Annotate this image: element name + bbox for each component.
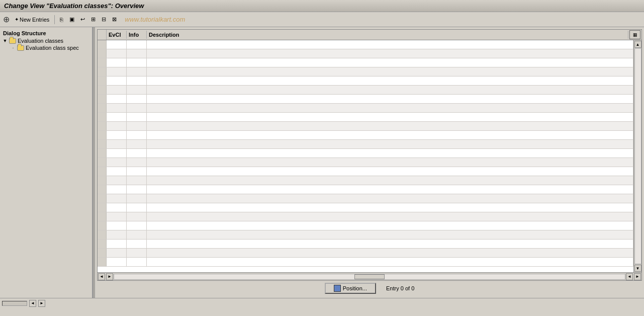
row-cell-evcl[interactable] xyxy=(107,185,127,194)
row-cell-info[interactable] xyxy=(127,67,147,76)
row-cell-desc[interactable] xyxy=(147,185,633,194)
table-row[interactable] xyxy=(98,122,633,131)
row-cell-desc[interactable] xyxy=(147,212,633,221)
row-cell-info[interactable] xyxy=(127,203,147,212)
row-cell-evcl[interactable] xyxy=(107,212,127,221)
row-cell-info[interactable] xyxy=(127,158,147,167)
row-cell-desc[interactable] xyxy=(147,221,633,230)
row-cell-evcl[interactable] xyxy=(107,40,127,49)
row-cell-info[interactable] xyxy=(127,49,147,58)
scroll-right-end-button[interactable]: ► xyxy=(634,273,641,280)
row-cell-evcl[interactable] xyxy=(107,158,127,167)
scroll-right-extra-button[interactable]: ► xyxy=(106,273,113,280)
delete-icon-button[interactable]: ⊠ xyxy=(110,15,119,24)
row-cell-evcl[interactable] xyxy=(107,95,127,103)
table-row[interactable] xyxy=(98,58,633,67)
row-cell-desc[interactable] xyxy=(147,249,633,257)
table-row[interactable] xyxy=(98,194,633,203)
row-selector[interactable] xyxy=(98,258,107,266)
row-cell-evcl[interactable] xyxy=(107,203,127,212)
row-cell-evcl[interactable] xyxy=(107,176,127,185)
table-row[interactable] xyxy=(98,249,633,258)
table-row[interactable] xyxy=(98,167,633,176)
row-selector[interactable] xyxy=(98,167,107,176)
row-cell-evcl[interactable] xyxy=(107,194,127,203)
table-row[interactable] xyxy=(98,113,633,122)
row-cell-evcl[interactable] xyxy=(107,86,127,94)
row-selector[interactable] xyxy=(98,49,107,58)
row-selector[interactable] xyxy=(98,86,107,94)
status-nav-left-button[interactable]: ◄ xyxy=(29,300,36,307)
row-cell-info[interactable] xyxy=(127,40,147,49)
row-selector[interactable] xyxy=(98,122,107,130)
row-cell-info[interactable] xyxy=(127,131,147,139)
row-cell-info[interactable] xyxy=(127,167,147,176)
row-cell-desc[interactable] xyxy=(147,203,633,212)
table-row[interactable] xyxy=(98,230,633,240)
row-cell-evcl[interactable] xyxy=(107,167,127,176)
table-row[interactable] xyxy=(98,67,633,76)
row-cell-info[interactable] xyxy=(127,122,147,130)
horizontal-scrollbar[interactable]: ◄ ► ◄ ► xyxy=(98,272,641,280)
table-row[interactable] xyxy=(98,95,633,104)
table-row[interactable] xyxy=(98,104,633,113)
row-cell-evcl[interactable] xyxy=(107,149,127,157)
row-cell-desc[interactable] xyxy=(147,194,633,203)
row-cell-info[interactable] xyxy=(127,113,147,121)
row-cell-desc[interactable] xyxy=(147,104,633,112)
save-icon-button[interactable]: ▣ xyxy=(67,15,76,24)
row-cell-evcl[interactable] xyxy=(107,67,127,76)
row-selector[interactable] xyxy=(98,185,107,194)
col-header-info[interactable]: Info xyxy=(127,31,147,39)
vertical-scrollbar[interactable]: ▲ ▼ xyxy=(633,40,641,272)
table-row[interactable] xyxy=(98,185,633,194)
row-selector[interactable] xyxy=(98,240,107,248)
row-cell-info[interactable] xyxy=(127,149,147,157)
tree-item-evaluation-class-spec[interactable]: · Evaluation class spec xyxy=(0,44,92,51)
row-cell-info[interactable] xyxy=(127,258,147,266)
scroll-track-h[interactable] xyxy=(114,274,625,280)
scroll-left-end-button[interactable]: ◄ xyxy=(626,273,633,280)
row-cell-desc[interactable] xyxy=(147,240,633,248)
row-selector[interactable] xyxy=(98,131,107,139)
row-selector[interactable] xyxy=(98,104,107,112)
row-cell-desc[interactable] xyxy=(147,95,633,103)
row-cell-evcl[interactable] xyxy=(107,104,127,112)
table-row[interactable] xyxy=(98,140,633,149)
status-nav-right-button[interactable]: ► xyxy=(38,300,45,307)
copy-icon-button[interactable]: ⎘ xyxy=(58,16,65,24)
row-cell-info[interactable] xyxy=(127,140,147,148)
table-row[interactable] xyxy=(98,258,633,267)
scroll-left-button[interactable]: ◄ xyxy=(98,273,105,280)
row-selector[interactable] xyxy=(98,221,107,230)
row-cell-desc[interactable] xyxy=(147,49,633,58)
grid-options-button[interactable]: ▦ xyxy=(629,30,640,39)
row-cell-desc[interactable] xyxy=(147,140,633,148)
row-cell-info[interactable] xyxy=(127,104,147,112)
row-cell-desc[interactable] xyxy=(147,76,633,85)
row-cell-evcl[interactable] xyxy=(107,122,127,130)
row-selector[interactable] xyxy=(98,203,107,212)
row-selector[interactable] xyxy=(98,40,107,49)
row-cell-info[interactable] xyxy=(127,249,147,257)
table-row[interactable] xyxy=(98,40,633,49)
row-selector[interactable] xyxy=(98,140,107,148)
table-row[interactable] xyxy=(98,240,633,249)
row-cell-evcl[interactable] xyxy=(107,49,127,58)
row-cell-desc[interactable] xyxy=(147,258,633,266)
row-cell-info[interactable] xyxy=(127,58,147,67)
row-cell-evcl[interactable] xyxy=(107,249,127,257)
row-selector[interactable] xyxy=(98,212,107,221)
row-cell-desc[interactable] xyxy=(147,131,633,139)
row-cell-desc[interactable] xyxy=(147,86,633,94)
col-header-description[interactable]: Description xyxy=(147,31,628,39)
row-cell-info[interactable] xyxy=(127,176,147,185)
table-row[interactable] xyxy=(98,212,633,221)
row-selector[interactable] xyxy=(98,249,107,257)
row-cell-desc[interactable] xyxy=(147,67,633,76)
row-selector[interactable] xyxy=(98,67,107,76)
row-selector[interactable] xyxy=(98,149,107,157)
table-row[interactable] xyxy=(98,131,633,140)
row-cell-evcl[interactable] xyxy=(107,113,127,121)
row-cell-desc[interactable] xyxy=(147,40,633,49)
